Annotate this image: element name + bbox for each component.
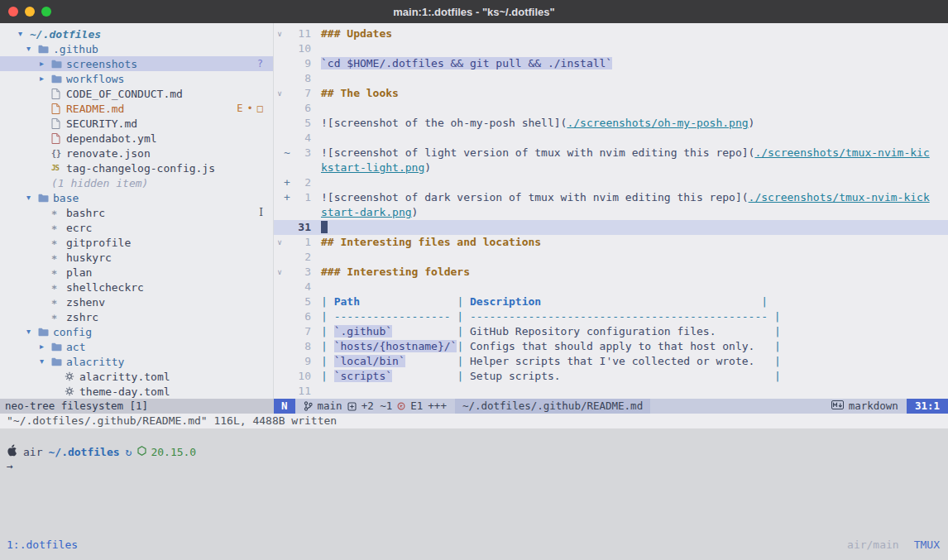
editor-line[interactable]: ∨11### Updates xyxy=(274,26,948,41)
line-number: 1 xyxy=(291,190,311,205)
tree-item-1-hidden-item[interactable]: (1 hidden item) xyxy=(0,175,273,190)
tree-item-bashrc[interactable]: ∗bashrcI xyxy=(0,205,273,220)
tree-item-theme-day-toml[interactable]: theme-day.toml xyxy=(0,384,273,399)
file-path: ~/.dotfiles/.github/README.md xyxy=(455,399,650,414)
tree-item-alacritty[interactable]: ▾alacritty xyxy=(0,354,273,369)
editor-line[interactable]: 9`cd $HOME/.dotfiles && git pull && ./in… xyxy=(274,56,948,71)
tree-item-alacritty-toml[interactable]: alacritty.toml xyxy=(0,369,273,384)
tmux-window-name[interactable]: 1:.dotfiles xyxy=(7,538,78,560)
editor-line[interactable]: 2 xyxy=(274,250,948,265)
expander-icon[interactable]: ▾ xyxy=(26,190,38,205)
tree-item-dotfiles[interactable]: ▾~/.dotfiles xyxy=(0,26,273,41)
editor-line[interactable]: 4 xyxy=(274,280,948,294)
fold-column xyxy=(275,56,284,71)
tree-item-label: renovate.json xyxy=(66,147,151,160)
tree-item-shellcheckrc[interactable]: ∗shellcheckrc xyxy=(0,280,273,294)
tmux-status-bar: 1:.dotfiles air/main TMUX xyxy=(0,535,948,560)
tree-item-workflows[interactable]: ▸workflows xyxy=(0,71,273,86)
text-run: | xyxy=(774,325,781,337)
editor-line[interactable]: 4 xyxy=(274,131,948,146)
tree-item-ecrc[interactable]: ∗ecrc xyxy=(0,220,273,235)
editor-line[interactable]: 8| `hosts/{hostname}/`| Configs that sho… xyxy=(274,339,948,354)
editor-line[interactable]: 5| Path | Description | xyxy=(274,294,948,309)
line-number: 4 xyxy=(291,131,311,146)
tree-item-label: theme-day.toml xyxy=(79,385,170,398)
tree-item-label: dependabot.yml xyxy=(66,132,157,145)
file-tree: ▾~/.dotfiles▾.github▸screenshots?▸workfl… xyxy=(0,26,273,399)
expander-icon[interactable]: ▾ xyxy=(26,324,38,339)
fold-icon[interactable]: ∨ xyxy=(275,86,284,101)
editor-line[interactable]: +2 xyxy=(274,175,948,190)
traffic-lights xyxy=(8,7,51,17)
editor-line[interactable]: 10 xyxy=(274,41,948,56)
editor-line[interactable]: 9| `local/bin` | Helper scripts that I'v… xyxy=(274,354,948,369)
tmux-pane-shell[interactable]: air ~/.dotfiles ↻ 20.15.0 → 1:.dotfiles … xyxy=(0,428,948,560)
editor-line[interactable]: ∨3### Interesting folders xyxy=(274,265,948,280)
editor-line[interactable]: 11 xyxy=(274,384,948,399)
fold-column xyxy=(275,324,284,339)
tree-item-code-of-conduct-md[interactable]: CODE_OF_CONDUCT.md xyxy=(0,86,273,101)
expander-icon[interactable]: ▸ xyxy=(40,71,51,86)
line-number: 1 xyxy=(291,235,311,250)
tmux-label: TMUX xyxy=(914,538,940,560)
editor-line[interactable]: 7| `.github` | GitHub Repository configu… xyxy=(274,324,948,339)
diagnostic-error-icon xyxy=(397,402,405,410)
expander-icon[interactable]: ▾ xyxy=(40,354,51,369)
close-button[interactable] xyxy=(8,7,18,17)
expander-icon[interactable]: ▾ xyxy=(26,41,38,56)
fold-column xyxy=(275,71,284,86)
tree-item-zshrc[interactable]: ∗zshrc xyxy=(0,309,273,324)
git-status-badge: □ xyxy=(257,103,263,114)
fold-column xyxy=(275,220,284,235)
fold-icon[interactable]: ∨ xyxy=(275,235,284,250)
editor-buffer[interactable]: ∨11### Updates109`cd $HOME/.dotfiles && … xyxy=(274,23,948,399)
git-status-badge: ? xyxy=(257,58,263,69)
tree-item-act[interactable]: ▸act xyxy=(0,339,273,354)
text-run: | xyxy=(321,340,334,352)
zoom-button[interactable] xyxy=(41,7,51,17)
editor-line[interactable]: 6 xyxy=(274,101,948,116)
tree-item-plan[interactable]: ∗plan xyxy=(0,265,273,280)
tree-item-gitprofile[interactable]: ∗gitprofile xyxy=(0,235,273,250)
text-run: `scripts` xyxy=(334,370,392,382)
editor-line[interactable]: 31 xyxy=(274,220,948,235)
folder-icon xyxy=(51,60,66,69)
minimize-button[interactable] xyxy=(25,7,35,17)
text-run: | xyxy=(774,340,781,352)
expander-icon[interactable]: ▸ xyxy=(40,56,51,71)
neo-tree-panel: ▾~/.dotfiles▾.github▸screenshots?▸workfl… xyxy=(0,23,274,399)
fold-icon[interactable]: ∨ xyxy=(275,265,284,280)
expander-icon[interactable]: ▾ xyxy=(18,26,30,41)
editor-line[interactable]: ∨7## The looks xyxy=(274,86,948,101)
editor-line[interactable]: +1![screenshot of dark version of tmux w… xyxy=(274,190,948,205)
fold-icon[interactable]: ∨ xyxy=(275,26,284,41)
editor-line[interactable]: 10| `scripts` | Setup scripts. | xyxy=(274,369,948,384)
editor-line[interactable]: ∨1## Interesting files and locations xyxy=(274,235,948,250)
tree-item-github[interactable]: ▾.github xyxy=(0,41,273,56)
tree-item-tag-changelog-config-js[interactable]: JStag-changelog-config.js xyxy=(0,160,273,175)
editor-line[interactable]: kstart-light.png) xyxy=(274,160,948,175)
lualine-statusline: N main +2 ~1 E1 +++ ~/.dotfiles/.github/… xyxy=(274,399,948,414)
tree-item-renovate-json[interactable]: {}renovate.json xyxy=(0,146,273,160)
tree-item-screenshots[interactable]: ▸screenshots? xyxy=(0,56,273,71)
text-run: | xyxy=(457,295,470,308)
diff-icon xyxy=(347,402,357,411)
tmux-session-name: air/main xyxy=(847,538,899,560)
tree-item-zshenv[interactable]: ∗zshenv xyxy=(0,294,273,309)
tree-item-readme-md[interactable]: README.mdE•□ xyxy=(0,101,273,116)
editor-line[interactable]: start-dark.png) xyxy=(274,205,948,220)
editor-line[interactable]: ~3![screenshot of light version of tmux … xyxy=(274,146,948,160)
editor-line[interactable]: 5![screenshot of the oh-my-posh shell](.… xyxy=(274,116,948,131)
line-text: | `.github` | GitHub Repository configur… xyxy=(311,324,948,339)
editor-line[interactable]: 6| ------------------ | ----------------… xyxy=(274,309,948,324)
tree-item-huskyrc[interactable]: ∗huskyrc xyxy=(0,250,273,265)
tree-item-dependabot-yml[interactable]: dependabot.yml xyxy=(0,131,273,146)
git-sign xyxy=(284,56,291,71)
tree-item-config[interactable]: ▾config xyxy=(0,324,273,339)
tree-item-base[interactable]: ▾base xyxy=(0,190,273,205)
git-sign xyxy=(284,101,291,116)
expander-icon[interactable]: ▸ xyxy=(40,339,51,354)
editor-line[interactable]: 8 xyxy=(274,71,948,86)
braces-icon: {} xyxy=(51,149,66,158)
tree-item-security-md[interactable]: SECURITY.md xyxy=(0,116,273,131)
